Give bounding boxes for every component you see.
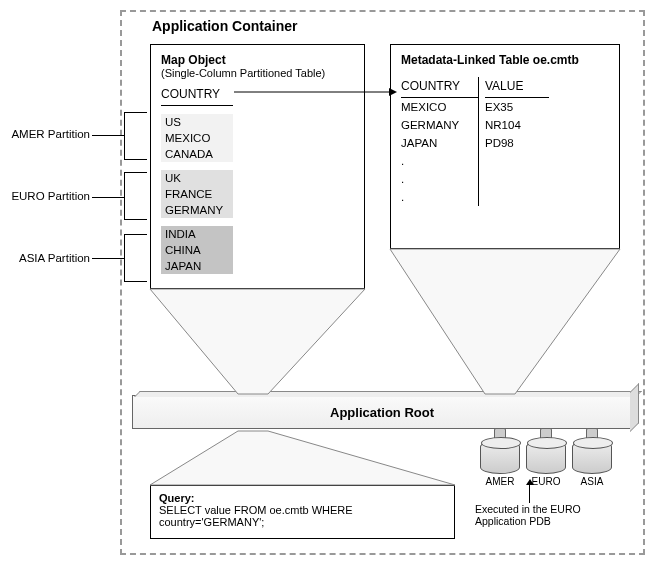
- meta-cell: PD98: [485, 134, 549, 152]
- country-cell: JAPAN: [161, 258, 233, 274]
- meta-cell: [485, 188, 549, 206]
- meta-table: COUNTRY MEXICO GERMANY JAPAN . . . VALUE…: [401, 77, 609, 206]
- country-link-arrowhead: [389, 88, 397, 96]
- asia-partition-rows: INDIA CHINA JAPAN: [161, 226, 354, 274]
- map-object-box: Map Object (Single-Column Partitioned Ta…: [150, 44, 365, 289]
- meta-cell: JAPAN: [401, 134, 479, 152]
- metadata-linked-box: Metadata-Linked Table oe.cmtb COUNTRY ME…: [390, 44, 620, 249]
- amer-partition-rows: US MEXICO CANADA: [161, 114, 354, 162]
- amer-connector: [92, 135, 124, 136]
- meta-cell: [485, 170, 549, 188]
- query-title: Query:: [159, 492, 446, 504]
- query-text: SELECT value FROM oe.cmtb WHERE country=…: [159, 504, 446, 528]
- country-cell: GERMANY: [161, 202, 233, 218]
- meta-cell: GERMANY: [401, 116, 479, 134]
- meta-cell: [485, 152, 549, 170]
- country-cell: CANADA: [161, 146, 233, 162]
- country-cell: CHINA: [161, 242, 233, 258]
- asia-connector: [92, 258, 124, 259]
- meta-cell: .: [401, 152, 479, 170]
- map-object-subtitle: (Single-Column Partitioned Table): [161, 67, 354, 79]
- euro-partition-rows: UK FRANCE GERMANY: [161, 170, 354, 218]
- meta-col-country: COUNTRY: [401, 77, 479, 98]
- cylinder-icon: [480, 440, 520, 474]
- euro-partition-label: EURO Partition: [10, 190, 90, 202]
- query-box: Query: SELECT value FROM oe.cmtb WHERE c…: [150, 485, 455, 539]
- amer-bracket: [124, 112, 146, 160]
- cylinder-icon: [572, 440, 612, 474]
- pdb-asia: ASIA: [572, 442, 612, 487]
- meta-col-value: VALUE: [485, 77, 549, 98]
- country-cell: INDIA: [161, 226, 233, 242]
- container-title: Application Container: [152, 18, 297, 34]
- asia-bracket: [124, 234, 146, 282]
- meta-cell: .: [401, 188, 479, 206]
- euro-bracket: [124, 172, 146, 220]
- meta-cell: MEXICO: [401, 98, 479, 116]
- exec-note: Executed in the EURO Application PDB: [475, 503, 615, 527]
- pdb-label: AMER: [480, 476, 520, 487]
- application-root-bar: Application Root: [132, 395, 632, 429]
- country-cell: FRANCE: [161, 186, 233, 202]
- meta-title: Metadata-Linked Table oe.cmtb: [401, 53, 609, 67]
- map-object-title: Map Object: [161, 53, 354, 67]
- country-cell: MEXICO: [161, 130, 233, 146]
- amer-partition-label: AMER Partition: [10, 128, 90, 140]
- pdb-amer: AMER: [480, 442, 520, 487]
- asia-partition-label: ASIA Partition: [10, 252, 90, 264]
- pdb-label: ASIA: [572, 476, 612, 487]
- exec-arrow: [529, 484, 530, 503]
- meta-cell: NR104: [485, 116, 549, 134]
- meta-cell: .: [401, 170, 479, 188]
- meta-cell: EX35: [485, 98, 549, 116]
- country-cell: UK: [161, 170, 233, 186]
- country-cell: US: [161, 114, 233, 130]
- map-col-header: COUNTRY: [161, 87, 233, 106]
- cylinder-icon: [526, 440, 566, 474]
- euro-connector: [92, 197, 124, 198]
